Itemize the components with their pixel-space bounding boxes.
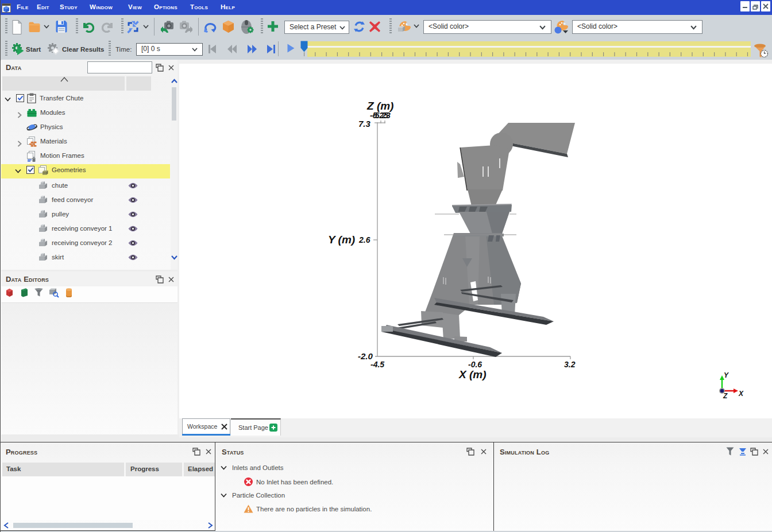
- svg-text:Z: Z: [723, 392, 728, 400]
- svg-text:Z (m): Z (m): [366, 100, 393, 112]
- svg-text:-5.23: -5.23: [372, 111, 391, 120]
- svg-text:-4.5: -4.5: [370, 360, 384, 369]
- svg-text:-0.6: -0.6: [468, 360, 482, 369]
- svg-text:7.3: 7.3: [358, 119, 371, 129]
- svg-text:Y (m): Y (m): [328, 234, 355, 246]
- svg-text:X: X: [738, 390, 744, 398]
- svg-text:2.6: 2.6: [358, 235, 370, 244]
- svg-text:3.2: 3.2: [564, 360, 576, 369]
- svg-text:X (m): X (m): [458, 368, 487, 380]
- svg-text:Y: Y: [724, 371, 729, 379]
